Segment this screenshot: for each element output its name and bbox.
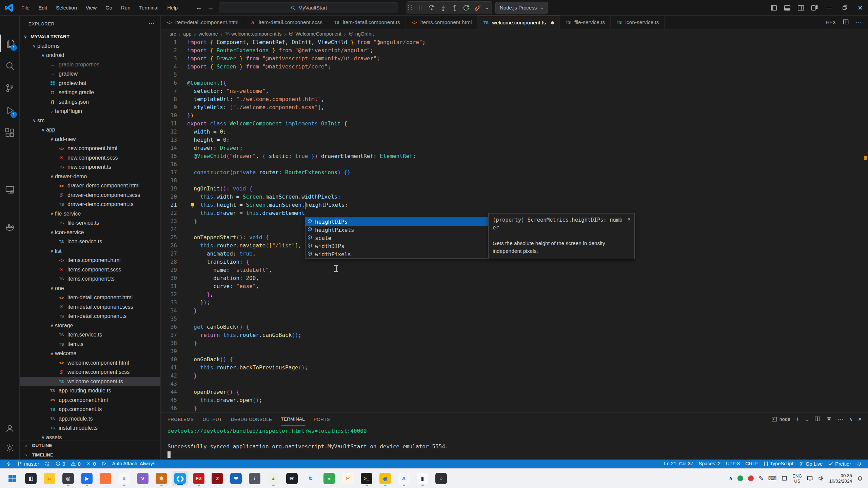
taskbar-app-defender[interactable]: ❤ <box>229 471 243 486</box>
panel-tab-terminal[interactable]: TERMINAL <box>281 413 305 426</box>
tree-file-drawer-demo.component.html[interactable]: <>drawer-demo.component.html <box>20 181 160 190</box>
forward-arrow-icon[interactable]: → <box>207 4 214 12</box>
notification-bell-icon[interactable] <box>857 475 863 482</box>
minimize-button[interactable]: — <box>821 0 837 16</box>
tree-file-drawer-demo.component.ts[interactable]: TSdrawer-demo.component.ts <box>20 200 160 209</box>
activity-item-source-control[interactable] <box>0 79 20 97</box>
suggest-item-widthDIPs[interactable]: widthDIPs <box>305 242 488 250</box>
activity-item-settings[interactable] <box>0 439 20 457</box>
panel-more-actions-icon[interactable]: ⋯ <box>837 415 844 423</box>
close-button[interactable]: × <box>852 0 868 16</box>
menu-run[interactable]: Run <box>117 0 135 15</box>
terminal-dropdown-chevron-icon[interactable]: ⌄ <box>805 417 809 422</box>
status-crlf[interactable]: CRLF <box>743 461 761 466</box>
taskbar-app-r-app[interactable]: R <box>284 471 299 486</box>
language-indicator[interactable]: ENGUS <box>792 473 802 484</box>
debug-more-chevron-icon[interactable]: ⌄ <box>485 5 489 10</box>
back-arrow-icon[interactable]: ← <box>196 4 202 12</box>
tree-file-item-detail.component.ts[interactable]: TSitem-detail.component.ts <box>20 311 160 321</box>
tree-file-item.service.ts[interactable]: TSitem.service.ts <box>20 330 160 340</box>
volume-icon[interactable] <box>818 475 824 482</box>
status-sync[interactable] <box>42 461 53 467</box>
menu-go[interactable]: Go <box>101 0 117 15</box>
tree-file-welcome.component.scss[interactable]: Swelcome.component.scss <box>20 367 160 377</box>
tree-file-app.component.ts[interactable]: TSapp.component.ts <box>20 405 160 414</box>
drag-grip-icon[interactable] <box>408 5 412 10</box>
tab-welcome.component.ts[interactable]: TSwelcome.component.ts <box>477 16 560 29</box>
taskbar-app-snip[interactable]: ✂ <box>340 471 355 486</box>
tree-file-icon-service.ts[interactable]: TSicon-service.ts <box>20 237 160 246</box>
close-panel-icon[interactable]: × <box>858 415 862 423</box>
status-0[interactable]: 0 <box>68 461 83 467</box>
taskbar-app-filezilla[interactable]: FZ <box>191 471 206 486</box>
tab-item-detail.component.ts[interactable]: TSitem-detail.component.ts <box>328 16 406 29</box>
tree-file-gradlew[interactable]: ≡gradlew <box>20 69 160 79</box>
taskbar-app-media-app[interactable]: ▶ <box>79 471 94 486</box>
tree-folder-list[interactable]: ∨list <box>20 246 160 256</box>
status-spaces-2[interactable]: Spaces: 2 <box>696 461 724 466</box>
menu-view[interactable]: View <box>81 0 101 15</box>
status-prettier[interactable]: Prettier <box>825 461 854 467</box>
editor-more-actions-icon[interactable]: ⋯ <box>856 19 862 26</box>
tree-file-app.component.html[interactable]: <>app.component.html <box>20 395 160 405</box>
hex-editor-button[interactable]: HEX <box>826 20 836 25</box>
restart-button[interactable] <box>462 4 470 12</box>
status-remote[interactable] <box>3 461 14 467</box>
tree-folder-icon-service[interactable]: ∨icon-service <box>20 228 160 237</box>
tree-file-welcome.component.ts[interactable]: TSwelcome.component.ts <box>20 377 160 386</box>
tray-window-icon[interactable] <box>781 475 788 482</box>
tray-chevron-up-icon[interactable]: ∧ <box>729 475 733 482</box>
tree-file-new.component.scss[interactable]: Snew.component.scss <box>20 153 160 163</box>
status-master[interactable]: master <box>14 461 42 467</box>
close-icon[interactable]: × <box>628 216 631 222</box>
tree-folder-app[interactable]: ∨app <box>20 125 160 135</box>
breadcrumb-item-welcome[interactable]: welcome <box>199 31 218 37</box>
restore-button[interactable] <box>837 0 852 16</box>
section-timeline[interactable]: ›TIMELINE <box>20 450 160 460</box>
status-bell[interactable] <box>854 461 865 467</box>
explorer-actions-icon[interactable]: ⋯ <box>149 20 155 27</box>
tab-item-detail.component.scss[interactable]: Sitem-detail.component.scss <box>244 16 328 29</box>
tree-file-item.ts[interactable]: TSitem.ts <box>20 340 160 349</box>
activity-item-search[interactable] <box>0 57 20 75</box>
tree-folder-file-service[interactable]: ∨file-service <box>20 209 160 219</box>
tree-file-items.component.ts[interactable]: TSitems.component.ts <box>20 274 160 284</box>
tree-folder-platforms[interactable]: ∨platforms <box>20 41 160 51</box>
taskbar-app-font-app[interactable]: A <box>396 471 411 486</box>
suggest-item-heightDIPs[interactable]: heightDIPs <box>305 218 488 226</box>
section-outline[interactable]: ›OUTLINE <box>20 441 160 450</box>
activity-item-remote-explorer[interactable] <box>0 181 20 199</box>
lightbulb-icon[interactable] <box>189 202 196 209</box>
step-over-button[interactable] <box>428 4 436 12</box>
tree-folder-one[interactable]: ∨one <box>20 284 160 293</box>
taskbar-app-terminal[interactable]: >_ <box>359 471 374 486</box>
tree-file-items.component.scss[interactable]: Sitems.component.scss <box>20 265 160 274</box>
debug-profile-dropdown[interactable]: Node.js Process ⌄ <box>495 2 548 14</box>
tree-file-settings.json[interactable]: {}settings.json <box>20 97 160 107</box>
terminal-output[interactable]: devtools://devtools/bundled/inspector.ht… <box>161 426 868 460</box>
taskbar-app-chrome[interactable]: ◉ <box>378 471 393 486</box>
status-debug[interactable] <box>99 461 110 467</box>
suggest-item-scale[interactable]: scale <box>305 234 488 242</box>
panel-tab-problems[interactable]: PROBLEMS <box>167 413 194 426</box>
breadcrumb-item-ngOnInit[interactable]: ngOnInit <box>349 31 374 37</box>
panel-tab-output[interactable]: OUTPUT <box>202 413 222 426</box>
tree-file-gradlew.bat[interactable]: gradlew.bat <box>20 79 160 88</box>
status-ln-21-col-37[interactable]: Ln 21, Col 37 <box>661 461 696 466</box>
tray-pen-icon[interactable]: ✎ <box>758 475 763 482</box>
tree-file-settings.gradle[interactable]: ◘settings.gradle <box>20 88 160 97</box>
split-editor-icon[interactable] <box>843 19 849 26</box>
tree-file-file-service.ts[interactable]: TSfile-service.ts <box>20 218 160 228</box>
kill-terminal-icon[interactable] <box>826 416 832 423</box>
tree-file-items.component.html[interactable]: <>items.component.html <box>20 256 160 265</box>
disconnect-button[interactable] <box>474 4 482 12</box>
code-editor[interactable]: 1import { Component, ElementRef, OnInit,… <box>161 38 868 412</box>
screen-cast-icon[interactable] <box>807 475 813 482</box>
menu-selection[interactable]: Selection <box>52 0 81 15</box>
split-terminal-icon[interactable] <box>814 416 821 423</box>
tree-root-folder[interactable]: ∨ MYVAULTSTART <box>20 32 160 41</box>
activity-item-extensions[interactable] <box>0 124 20 142</box>
new-terminal-icon[interactable]: + <box>796 415 800 423</box>
breadcrumb-item-welcome.component.ts[interactable]: TSwelcome.component.ts <box>225 31 282 37</box>
tree-file-app-routing.module.ts[interactable]: TSapp-routing.module.ts <box>20 386 160 395</box>
